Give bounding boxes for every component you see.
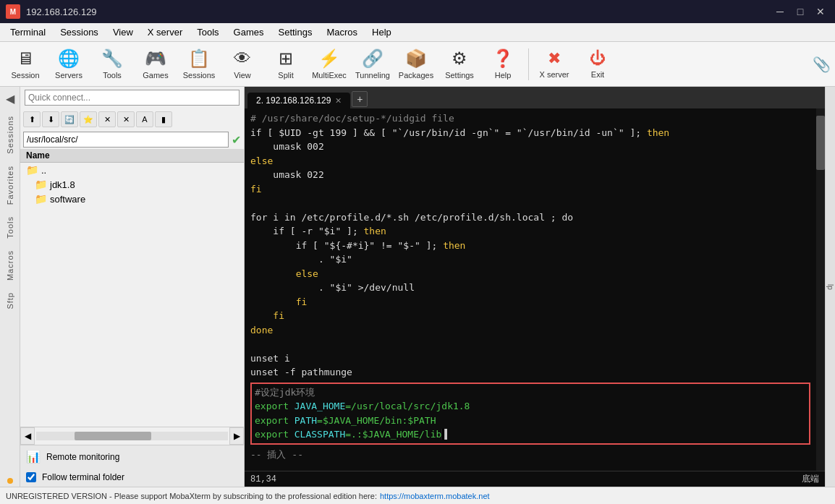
term-blank-2 <box>250 338 256 349</box>
term-line-5: umask 022 <box>250 169 324 180</box>
tree-item-software[interactable]: 📁 software <box>20 192 244 206</box>
menu-view[interactable]: View <box>106 25 140 39</box>
split-icon: ⊞ <box>279 48 293 69</box>
path-input[interactable] <box>23 132 229 148</box>
terminal-tab-1[interactable]: 2. 192.168.126.129 ✕ <box>247 93 350 108</box>
sessions-label: Sessions <box>183 71 216 80</box>
term-line-9: if [ "${-#*i}" != "$-" ]; then <box>250 240 465 251</box>
nav-sessions-label[interactable]: Sessions <box>6 113 14 157</box>
sidebar-btn-1[interactable]: ⬆ <box>23 111 41 127</box>
status-dot <box>7 478 13 484</box>
term-line-17: unset -f pathmunge <box>250 367 352 377</box>
tree-item-jdk18[interactable]: 📁 jdk1.8 <box>20 177 244 192</box>
nav-sftp-label[interactable]: Sftp <box>6 289 14 312</box>
settings-button[interactable]: ⚙ Settings <box>438 45 480 84</box>
menu-xserver[interactable]: X server <box>140 25 190 39</box>
term-line-1: # /usr/share/doc/setup-*/uidgid file <box>250 113 454 124</box>
nav-macros-label[interactable]: Macros <box>6 247 14 283</box>
servers-button[interactable]: 🌐 Servers <box>48 45 90 84</box>
packages-button[interactable]: 📦 Packages <box>395 45 437 84</box>
view-button[interactable]: 👁 View <box>221 45 263 84</box>
sidebar-btn-4[interactable]: ⭐ <box>80 111 97 127</box>
tunneling-button[interactable]: 🔗 Tunneling <box>352 45 394 84</box>
highlight-line-1: export JAVA_HOME=/usr/local/src/jdk1.8 <box>255 401 470 411</box>
menu-help[interactable]: Help <box>365 25 399 39</box>
term-line-12: . "$i" >/dev/null <box>250 282 415 293</box>
nav-arrow-icon[interactable]: ◀ <box>1 90 19 107</box>
tunneling-icon: 🔗 <box>362 48 383 69</box>
attach-icon[interactable]: 📎 <box>813 56 831 73</box>
games-button[interactable]: 🎮 Games <box>135 45 177 84</box>
servers-label: Servers <box>55 71 82 80</box>
highlight-line-2: export PATH=$JAVA_HOME/bin:$PATH <box>255 415 436 426</box>
remote-monitoring[interactable]: 📊 Remote monitoring <box>20 445 244 468</box>
scroll-right-btn[interactable]: ▶ <box>229 427 244 445</box>
tree-header: Name <box>20 149 244 163</box>
close-button[interactable]: ✕ <box>812 4 829 19</box>
term-line-8: if [ -r "$i" ]; then <box>250 226 386 236</box>
left-nav: ◀ Sessions Favorites Tools Macros Sftp <box>0 87 20 487</box>
xserver-icon: ✖ <box>548 49 561 68</box>
tree-item-parent[interactable]: 📁 .. <box>20 163 244 177</box>
tools-button[interactable]: 🔧 Tools <box>91 45 133 84</box>
bottom-text: UNREGISTERED VERSION - Please support Mo… <box>6 492 377 500</box>
tab-add-button[interactable]: + <box>352 91 368 107</box>
menu-sessions[interactable]: Sessions <box>53 25 106 39</box>
title-bar: M 192.168.126.129 ─ □ ✕ <box>0 0 835 23</box>
term-line-13: fi <box>250 296 307 307</box>
exit-icon: ⏻ <box>590 49 606 68</box>
view-icon: 👁 <box>234 48 251 69</box>
term-line-14: fi <box>250 310 284 321</box>
right-edge-label: lp <box>826 284 834 290</box>
terminal-area: 2. 192.168.126.129 ✕ + # /usr/share/doc/… <box>245 87 825 487</box>
terminal-status: 81,34 底端 <box>245 471 825 487</box>
tunneling-label: Tunneling <box>355 71 390 80</box>
settings-icon: ⚙ <box>452 48 467 69</box>
terminal-content[interactable]: # /usr/share/doc/setup-*/uidgid file if … <box>245 108 816 471</box>
session-button[interactable]: 🖥 Session <box>4 45 46 84</box>
multiexec-button[interactable]: ⚡ MultiExec <box>308 45 350 84</box>
menu-games[interactable]: Games <box>226 25 271 39</box>
terminal-scrollbar[interactable] <box>816 108 825 471</box>
follow-checkbox[interactable] <box>26 472 36 482</box>
quick-connect-input[interactable] <box>25 90 240 106</box>
exit-button[interactable]: ⏻ Exit <box>577 45 619 84</box>
restore-button[interactable]: □ <box>792 4 809 19</box>
bottom-bar: UNREGISTERED VERSION - Please support Mo… <box>0 487 835 504</box>
tree-item-label-software: software <box>50 194 85 205</box>
bottom-link[interactable]: https://mobaxterm.mobatek.net <box>380 492 490 500</box>
sidebar-btn-3[interactable]: 🔄 <box>61 111 78 127</box>
xserver-button[interactable]: ✖ X server <box>533 45 575 84</box>
sidebar-btn-8[interactable]: ▮ <box>155 111 172 127</box>
follow-terminal[interactable]: Follow terminal folder <box>20 468 244 487</box>
term-line-6: fi <box>250 184 262 195</box>
help-button[interactable]: ❓ Help <box>482 45 524 84</box>
file-tree: Name 📁 .. 📁 jdk1.8 📁 software <box>20 149 244 427</box>
sidebar-btn-2[interactable]: ⬇ <box>42 111 59 127</box>
sessions-icon: 📋 <box>188 48 210 69</box>
term-line-11: else <box>250 268 318 279</box>
tree-item-label-parent: .. <box>41 165 46 176</box>
sidebar-scrollbar[interactable] <box>36 432 228 440</box>
minimize-button[interactable]: ─ <box>771 4 789 19</box>
menu-settings[interactable]: Settings <box>271 25 320 39</box>
highlight-line-3: export CLASSPATH=.:$JAVA_HOME/lib▌ <box>255 429 447 440</box>
window-controls: ─ □ ✕ <box>771 4 829 19</box>
nav-favorites-label[interactable]: Favorites <box>6 163 14 208</box>
tab-close-icon[interactable]: ✕ <box>335 96 342 106</box>
sidebar-btn-5[interactable]: ✕ <box>98 111 116 127</box>
multiexec-label: MultiExec <box>312 71 347 80</box>
nav-tools-label[interactable]: Tools <box>6 213 14 242</box>
term-line-10: . "$i" <box>250 254 352 265</box>
menu-macros[interactable]: Macros <box>319 25 365 39</box>
menu-terminal[interactable]: Terminal <box>3 25 53 39</box>
split-label: Split <box>278 71 293 80</box>
toolbar: 🖥 Session 🌐 Servers 🔧 Tools 🎮 Games 📋 Se… <box>0 42 835 87</box>
split-button[interactable]: ⊞ Split <box>265 45 307 84</box>
menu-tools[interactable]: Tools <box>190 25 226 39</box>
sidebar-btn-6[interactable]: ✕ <box>117 111 135 127</box>
sessions-button[interactable]: 📋 Sessions <box>178 45 220 84</box>
scroll-left-btn[interactable]: ◀ <box>20 427 35 445</box>
sidebar-btn-7[interactable]: A <box>136 111 153 127</box>
path-check-icon: ✔ <box>232 133 241 147</box>
